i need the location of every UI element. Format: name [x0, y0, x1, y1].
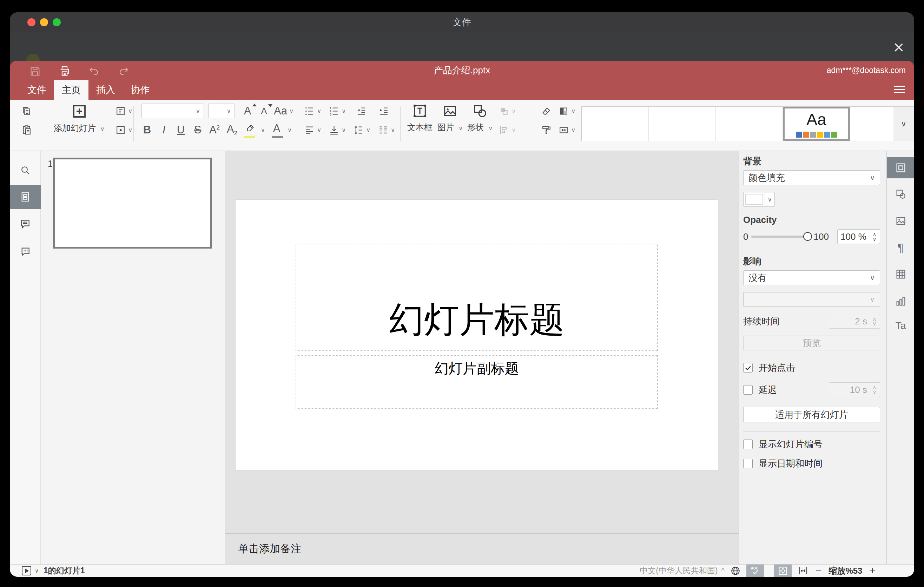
tab-file[interactable]: 文件: [20, 80, 54, 100]
tab-insert[interactable]: 插入: [89, 80, 123, 100]
columns-button[interactable]: ∨: [378, 122, 395, 138]
font-name-combo[interactable]: ∨: [142, 104, 204, 118]
clear-style-button[interactable]: [538, 103, 554, 119]
sidebar-chat-button[interactable]: [10, 239, 41, 263]
apply-to-all-slides-button[interactable]: 适用于所有幻灯片: [743, 407, 880, 422]
zoom-level-label[interactable]: 缩放%53: [828, 565, 862, 577]
highlight-color-button[interactable]: [242, 122, 258, 138]
delay-spinner[interactable]: 10 s ∧∨: [829, 383, 880, 397]
delay-checkbox[interactable]: [743, 385, 753, 395]
chevron-down-icon[interactable]: ∨: [35, 568, 39, 574]
start-slideshow-status-button[interactable]: [22, 566, 31, 575]
paragraph-settings-tab[interactable]: ¶: [887, 237, 914, 258]
set-language-globe-icon[interactable]: [730, 566, 741, 576]
show-date-time-checkbox[interactable]: [743, 459, 753, 468]
highlight-chevron[interactable]: ∨: [258, 122, 266, 138]
slide-canvas-area[interactable]: 幻灯片标题 幻灯片副标题: [225, 151, 739, 533]
add-slide-button[interactable]: 添加幻灯片 ∨: [45, 102, 114, 134]
close-traffic-icon[interactable]: [27, 18, 35, 26]
copy-style-button[interactable]: [538, 122, 554, 138]
start-slideshow-button[interactable]: ∨: [115, 122, 132, 138]
arrange-button[interactable]: ∨: [498, 103, 516, 119]
copy-button[interactable]: [18, 103, 35, 119]
fit-to-slide-toggle[interactable]: [774, 564, 792, 577]
delay-label[interactable]: 延迟: [759, 384, 777, 396]
font-size-combo[interactable]: ∨: [208, 104, 235, 118]
increase-indent-button[interactable]: [376, 103, 392, 119]
sidebar-comments-button[interactable]: [10, 212, 41, 236]
fit-to-width-icon[interactable]: [798, 566, 808, 576]
maximize-traffic-icon[interactable]: [53, 18, 61, 26]
slide-page[interactable]: 幻灯片标题 幻灯片副标题: [235, 200, 718, 470]
title-placeholder[interactable]: 幻灯片标题: [295, 244, 658, 351]
preview-button[interactable]: 预览: [743, 336, 880, 350]
bold-button[interactable]: B: [139, 122, 155, 138]
bullets-button[interactable]: ∨: [304, 103, 321, 119]
line-spacing-button[interactable]: ∨: [353, 122, 370, 138]
slide-settings-tab[interactable]: [887, 157, 914, 178]
italic-button[interactable]: I: [156, 122, 172, 138]
slide-thumbnail-1[interactable]: [53, 158, 212, 249]
font-color-chevron[interactable]: ∨: [284, 122, 293, 138]
image-button[interactable]: 图片 ∨: [436, 102, 464, 133]
opacity-slider-knob[interactable]: [803, 232, 812, 241]
shape-button[interactable]: 形状 ∨: [465, 102, 494, 133]
paste-button[interactable]: [18, 122, 35, 138]
effect-type-select[interactable]: ∨: [743, 292, 880, 307]
zoom-out-button[interactable]: −: [815, 565, 822, 577]
decrease-font-button[interactable]: A: [257, 103, 271, 119]
duration-spinner[interactable]: 2 s ∧∨: [829, 314, 880, 329]
font-color-button[interactable]: A: [269, 122, 284, 138]
table-settings-tab[interactable]: [887, 264, 914, 285]
show-slide-number-label[interactable]: 显示幻灯片编号: [759, 438, 823, 450]
start-on-click-checkbox[interactable]: [743, 363, 753, 373]
subscript-button[interactable]: A2: [224, 122, 240, 138]
theme-option-1[interactable]: [582, 107, 649, 141]
show-slide-number-checkbox[interactable]: [743, 440, 753, 449]
sidebar-slides-button[interactable]: [10, 185, 41, 209]
opacity-spinner[interactable]: 100 % ∧∨: [837, 229, 880, 244]
language-selector[interactable]: 中文(中华人民共和国): [640, 565, 718, 576]
spellcheck-toggle[interactable]: ABC: [746, 564, 764, 577]
shape-fill-button[interactable]: ∨: [558, 103, 576, 119]
minimize-traffic-icon[interactable]: [40, 18, 48, 26]
notes-area[interactable]: 单击添加备注: [225, 534, 739, 564]
show-date-time-label[interactable]: 显示日期和时间: [759, 457, 823, 470]
theme-option-3[interactable]: [716, 107, 783, 141]
image-settings-tab[interactable]: [887, 210, 914, 231]
theme-option-selected[interactable]: Aa: [783, 107, 850, 141]
vertical-align-button[interactable]: ∨: [328, 122, 346, 138]
start-on-click-label[interactable]: 开始点击: [759, 362, 795, 374]
fill-color-picker[interactable]: ∨: [743, 192, 775, 207]
chart-settings-tab[interactable]: [887, 291, 914, 312]
theme-gallery-expand-button[interactable]: ∨: [893, 106, 914, 141]
increase-font-button[interactable]: A: [240, 103, 255, 119]
decrease-indent-button[interactable]: [353, 103, 369, 119]
slide-size-button[interactable]: ∨: [558, 122, 576, 138]
close-icon[interactable]: [893, 41, 905, 54]
superscript-button[interactable]: A2: [206, 122, 223, 138]
zoom-in-button[interactable]: +: [869, 565, 876, 577]
opacity-slider[interactable]: [751, 236, 804, 238]
slide-settings-icon: [895, 162, 907, 174]
numbering-button[interactable]: 123 ∨: [328, 103, 346, 119]
strikeout-button[interactable]: S: [190, 122, 206, 138]
theme-option-2[interactable]: [649, 107, 716, 141]
background-fill-select[interactable]: 颜色填充 ∨: [743, 170, 880, 185]
theme-option-5[interactable]: [850, 107, 893, 141]
align-shapes-button[interactable]: ∨: [498, 122, 516, 138]
subtitle-placeholder[interactable]: 幻灯片副标题: [295, 355, 658, 409]
sidebar-search-button[interactable]: [10, 158, 41, 182]
textart-settings-tab[interactable]: Ta: [887, 315, 914, 336]
underline-button[interactable]: U: [173, 122, 189, 138]
increase-indent-icon: [378, 106, 389, 117]
textbox-button[interactable]: 文本框: [405, 102, 435, 133]
horizontal-align-button[interactable]: ∨: [304, 122, 321, 138]
shape-settings-tab[interactable]: [887, 184, 914, 204]
tab-home[interactable]: 主页: [54, 80, 89, 100]
effect-select[interactable]: 没有 ∨: [743, 270, 880, 285]
menu-icon[interactable]: [894, 84, 905, 95]
change-case-button[interactable]: Aa ∨: [274, 103, 294, 119]
slide-layout-button[interactable]: ∨: [115, 103, 132, 119]
tab-collaboration[interactable]: 协作: [123, 80, 157, 100]
